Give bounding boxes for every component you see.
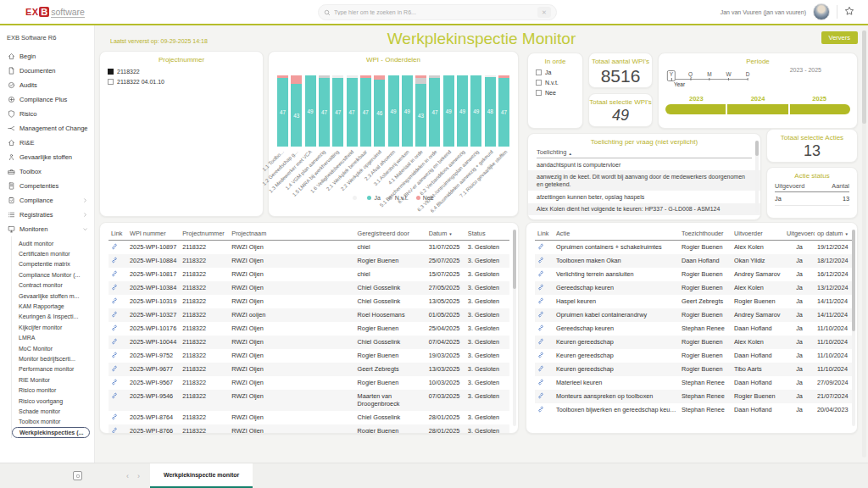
bar-6-4-blusmiddelen-aanwezig-gekeurd[interactable]: 48 — [485, 75, 496, 147]
link-cell[interactable] — [108, 424, 127, 434]
bar-6-2-verbanddoos-aanwezig[interactable]: 49 — [457, 75, 468, 147]
column-header-uitvoerder[interactable]: Uitvoerder — [732, 226, 784, 241]
sidebar-item-monitoren[interactable]: Monitoren — [0, 222, 94, 236]
legend-item-blank[interactable] — [353, 196, 359, 200]
table-row[interactable]: Opruimen kabel containerandrwyRogier Bue… — [535, 308, 852, 322]
sidebar-subitem-kam-rapportage[interactable]: KAM Rapportage — [12, 301, 94, 311]
link-cell[interactable] — [108, 254, 127, 268]
link-cell[interactable] — [108, 336, 127, 349]
sidebar-subitem-risico-monitor[interactable]: Risico monitor — [12, 385, 94, 395]
column-header-link[interactable]: Link — [535, 226, 554, 241]
bar-2-1-werkplek-bereikbaar[interactable]: 47 — [360, 75, 371, 147]
sidebar-item-management-of-change[interactable]: Management of Change — [0, 121, 94, 136]
bar-6-1-bhv-er-aanwezig-en-bekend[interactable]: 49 — [443, 75, 454, 147]
checkbox[interactable] — [108, 69, 114, 75]
sidebar-item-compliance-plus[interactable]: Compliance Plus — [0, 92, 94, 107]
link-cell[interactable] — [535, 308, 554, 322]
toelichting-row[interactable]: aanwezig in de keet. Dit wordt bij aanva… — [528, 170, 760, 191]
link-cell[interactable] — [535, 363, 554, 376]
legend-item-ja[interactable]: Ja — [367, 195, 380, 201]
bar-3-1-asbestvrij-werken[interactable]: 49 — [402, 75, 413, 147]
table-row[interactable]: Toolboxen maken OkanDaan HoflandOkan Yil… — [535, 254, 852, 268]
sidebar-item-risico[interactable]: Risico — [0, 107, 94, 121]
exb-logo[interactable]: EXBsoftware — [25, 7, 85, 18]
sidebar-subitem-audit-monitor[interactable]: Audit monitor — [12, 238, 94, 248]
scrollbar[interactable] — [852, 230, 855, 426]
sidebar-subitem-keuringen-inspecti[interactable]: Keuringen & Inspecti... — [12, 312, 94, 322]
table-row[interactable]: 2025-WPI-87642118322RWZI OijenChiel Goss… — [108, 411, 509, 424]
projectnummer-option-2118322[interactable]: 2118322 — [100, 66, 263, 76]
column-header-datum[interactable]: Datum ▼ — [426, 226, 465, 241]
bar-7-1-risico-gevaarlijke-stoffen[interactable]: 47 — [498, 75, 509, 147]
column-header-status[interactable]: Status — [465, 226, 509, 241]
sidebar-subitem-risico-voortgang[interactable]: Risico voortgang — [12, 396, 94, 406]
toelichting-row[interactable]: aandachtspunt is computervloer — [528, 158, 760, 170]
table-row[interactable]: Toolboxen bijwerken en gereedschap keure… — [535, 403, 852, 417]
periode-range-slider[interactable] — [665, 104, 850, 114]
column-header-uitgevoerd[interactable]: Uitgevoerd — [784, 226, 815, 241]
bar-6-3-vlucht-ontruimingsplan-aanwezig[interactable]: 49 — [470, 75, 481, 147]
checkbox[interactable] — [108, 79, 114, 85]
column-header-projectnummer[interactable]: Projectnummer — [180, 226, 229, 241]
bar-1-3-medewerker-met-vca[interactable]: 49 — [305, 75, 316, 147]
in-orde-option-ja[interactable]: Ja — [528, 67, 582, 77]
in-orde-option-n-v-t[interactable]: N.v.t. — [528, 77, 582, 87]
column-header-op-datum[interactable]: op datum ▼ — [815, 226, 852, 241]
granularity-w[interactable]: W — [726, 71, 731, 80]
table-row[interactable]: Verlichting terrein aansluitenRogier Bue… — [535, 268, 852, 281]
bar-4-1-materiaal-in-orde[interactable]: 43 — [415, 75, 426, 147]
table-row[interactable]: Monteurs aanspreken op toolboxenStephan … — [535, 390, 852, 403]
granularity-q[interactable]: Q — [688, 71, 693, 80]
link-cell[interactable] — [535, 349, 554, 363]
toelichting-column-header[interactable]: Toelichting ▲ — [537, 148, 752, 158]
bar-1-4-vgm-plan-aanwezig[interactable]: 47 — [319, 75, 330, 147]
table-row[interactable]: Gereedschap keurenStephan ReneeDaan Hofl… — [535, 322, 852, 336]
column-header[interactable]: Aantal — [832, 182, 849, 190]
sidebar-subitem-werkplekinspecties[interactable]: Werkplekinspecties (... — [12, 427, 90, 438]
link-cell[interactable] — [108, 390, 127, 411]
link-cell[interactable] — [535, 376, 554, 390]
table-row[interactable]: Keuren gereedschapRogier BuenenDaan Hofl… — [535, 349, 852, 363]
link-cell[interactable] — [535, 403, 554, 417]
scrollbar[interactable] — [755, 141, 759, 213]
link-cell[interactable] — [535, 295, 554, 308]
sidebar-item-documenten[interactable]: Documenten — [0, 64, 94, 78]
sidebar-subitem-monitor-bedrijfscerti[interactable]: Monitor bedrijfscerti... — [12, 353, 94, 363]
link-cell[interactable] — [108, 411, 127, 424]
link-cell[interactable] — [108, 349, 127, 363]
sidebar-item-begin[interactable]: Begin — [0, 49, 94, 64]
sidebar-item-compliance[interactable]: Compliance — [0, 193, 94, 208]
link-cell[interactable] — [108, 281, 127, 295]
table-row[interactable]: 2025-WPI-96772118322RWZI OijenGeert Zebr… — [108, 363, 509, 376]
sidebar-subitem-certificaten-monitor[interactable]: Certificaten monitor — [12, 248, 94, 258]
toelichting-row[interactable]: Alex Kolen dient het volgende te keuren:… — [528, 203, 760, 215]
table-row[interactable]: 2025-WPI-95672118322RWZI OijenRogier Bue… — [108, 376, 509, 390]
sidebar-subitem-contract-monitor[interactable]: Contract monitor — [12, 280, 94, 291]
column-header-link[interactable]: Link — [108, 226, 127, 241]
bar-2-3-afval-afvoeren[interactable]: 49 — [388, 75, 399, 147]
checkbox[interactable] — [536, 69, 542, 75]
table-row[interactable]: 2025-WPI-108842118322RWZI OijenRogier Bu… — [108, 254, 509, 268]
table-row[interactable]: 2025-WPI-100442118322RWZI OijenChiel Gos… — [108, 336, 509, 349]
sidebar-subitem-moc-monitor[interactable]: MoC Monitor — [12, 343, 94, 353]
prev-page-arrow[interactable]: ‹ — [126, 472, 129, 480]
sidebar-item-ri-e[interactable]: RI&E — [0, 136, 94, 150]
link-cell[interactable] — [535, 336, 554, 349]
bar-2-2-werkplek-opgeruimd[interactable]: 46 — [374, 75, 385, 147]
link-cell[interactable] — [108, 322, 127, 336]
search-clear-button[interactable]: ✕ — [537, 7, 551, 18]
link-cell[interactable] — [108, 363, 127, 376]
next-page-arrow[interactable]: › — [137, 472, 140, 480]
sidebar-item-toolbox[interactable]: Toolbox — [0, 164, 94, 179]
sidebar-subitem-toolbox-monitor[interactable]: Toolbox monitor — [12, 417, 94, 427]
table-row[interactable]: 2025-WPI-87662118322RWZI OijenRogier Bue… — [108, 424, 509, 434]
column-header-actie[interactable]: Actie — [554, 226, 679, 241]
column-header-projectnaam[interactable]: Projectnaam — [229, 226, 354, 241]
bar-1-1-toolbo[interactable]: 47 — [277, 75, 288, 147]
granularity-y[interactable]: Y — [667, 70, 676, 81]
table-row[interactable]: Materieel keurenStephan ReneeDaan Hoflan… — [535, 376, 852, 390]
granularity-m[interactable]: M — [707, 71, 711, 80]
sidebar-subitem-gevaarlijke-stoffen-m[interactable]: Gevaarlijke stoffen m... — [12, 291, 94, 301]
link-cell[interactable] — [535, 281, 554, 295]
table-row[interactable]: Haspel keurenGeert ZebregtsRogier Buenen… — [535, 295, 852, 308]
